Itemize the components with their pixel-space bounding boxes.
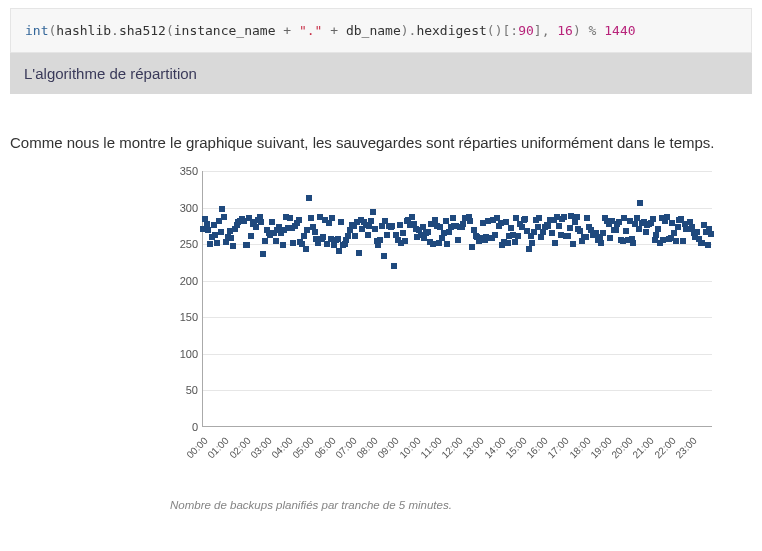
data-point — [389, 223, 395, 229]
data-point — [577, 228, 583, 234]
data-point — [545, 223, 551, 229]
data-point — [512, 239, 518, 245]
data-point — [308, 215, 314, 221]
data-point — [338, 219, 344, 225]
data-point — [345, 233, 351, 239]
gridline — [203, 317, 712, 318]
x-tick-label: 10:00 — [397, 435, 422, 460]
code-token: 1440 — [604, 23, 635, 38]
x-tick-label: 01:00 — [206, 435, 231, 460]
x-tick-label: 19:00 — [588, 435, 613, 460]
x-tick-label: 03:00 — [248, 435, 273, 460]
data-point — [221, 214, 227, 220]
code-token: ) % — [573, 23, 604, 38]
data-point — [450, 215, 456, 221]
data-point — [705, 242, 711, 248]
data-point — [273, 238, 279, 244]
data-point — [636, 226, 642, 232]
data-point — [370, 209, 376, 215]
code-token: ()[: — [487, 23, 518, 38]
data-point — [205, 227, 211, 233]
data-point — [301, 233, 307, 239]
code-token: ], — [534, 23, 557, 38]
x-tick-label: 21:00 — [631, 435, 656, 460]
data-point — [446, 229, 452, 235]
x-tick-label: 09:00 — [376, 435, 401, 460]
data-point — [505, 240, 511, 246]
data-point — [515, 233, 521, 239]
data-point — [306, 195, 312, 201]
data-point — [214, 240, 220, 246]
data-point — [708, 231, 714, 237]
data-point — [336, 248, 342, 254]
data-point — [352, 233, 358, 239]
data-point — [391, 263, 397, 269]
data-point — [549, 230, 555, 236]
data-point — [253, 224, 259, 230]
x-tick-label: 08:00 — [354, 435, 379, 460]
data-point — [287, 215, 293, 221]
data-point — [469, 244, 475, 250]
y-tick-label: 300 — [160, 202, 198, 214]
data-point — [375, 242, 381, 248]
data-point — [219, 206, 225, 212]
data-point — [655, 226, 661, 232]
code-token: 90 — [518, 23, 534, 38]
data-point — [574, 214, 580, 220]
y-tick-label: 350 — [160, 165, 198, 177]
code-token: hashlib — [56, 23, 111, 38]
data-point — [290, 240, 296, 246]
code-token: hexdigest — [416, 23, 486, 38]
data-point — [598, 240, 604, 246]
code-token: + — [322, 23, 345, 38]
data-point — [280, 242, 286, 248]
x-tick-label: 02:00 — [227, 435, 252, 460]
code-token: . — [111, 23, 119, 38]
y-tick-label: 150 — [160, 311, 198, 323]
x-tick-label: 22:00 — [652, 435, 677, 460]
data-point — [460, 221, 466, 227]
code-token: ( — [166, 23, 174, 38]
data-point — [335, 236, 341, 242]
data-point — [356, 250, 362, 256]
scatter-chart: 050100150200250300350 00:0001:0002:0003:… — [160, 167, 720, 457]
x-tick-label: 07:00 — [333, 435, 358, 460]
data-point — [303, 246, 309, 252]
data-point — [675, 224, 681, 230]
y-tick-label: 50 — [160, 384, 198, 396]
data-point — [583, 234, 589, 240]
chart-caption: Nombre de backups planifiés par tranche … — [170, 499, 720, 511]
data-point — [377, 237, 383, 243]
data-point — [262, 238, 268, 244]
x-tick-label: 18:00 — [567, 435, 592, 460]
data-point — [584, 215, 590, 221]
data-point — [552, 240, 558, 246]
code-token: + — [275, 23, 298, 38]
data-point — [207, 241, 213, 247]
data-point — [650, 216, 656, 222]
data-point — [244, 242, 250, 248]
data-point — [258, 219, 264, 225]
data-point — [471, 227, 477, 233]
gridline — [203, 390, 712, 391]
chart-container: 050100150200250300350 00:0001:0002:0003:… — [160, 167, 720, 511]
data-point — [397, 222, 403, 228]
data-point — [400, 230, 406, 236]
gridline — [203, 281, 712, 282]
data-point — [381, 253, 387, 259]
data-point — [402, 238, 408, 244]
data-point — [600, 230, 606, 236]
code-token: ). — [401, 23, 417, 38]
code-token: "." — [299, 23, 322, 38]
intro-paragraph: Comme nous le montre le graphique suivan… — [10, 132, 752, 153]
data-point — [607, 235, 613, 241]
gridline — [203, 208, 712, 209]
data-point — [204, 221, 210, 227]
y-tick-label: 100 — [160, 348, 198, 360]
x-tick-label: 05:00 — [291, 435, 316, 460]
data-point — [630, 240, 636, 246]
code-token: instance_name — [174, 23, 276, 38]
data-point — [260, 251, 266, 257]
y-tick-label: 200 — [160, 275, 198, 287]
data-point — [556, 223, 562, 229]
